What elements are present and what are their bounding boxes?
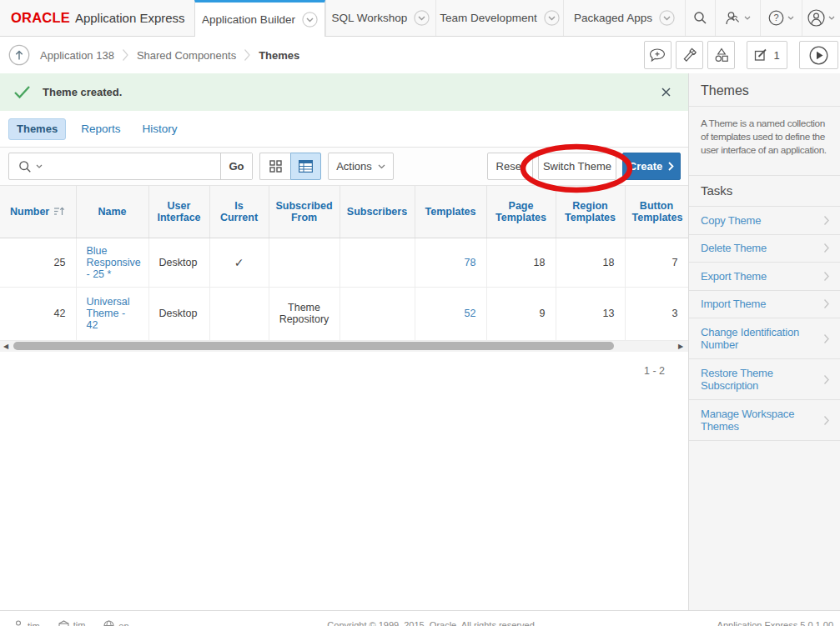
scrollbar-thumb[interactable] (13, 342, 614, 350)
breadcrumb-application[interactable]: Application 138 (40, 49, 114, 62)
success-check-icon (13, 85, 31, 99)
column-header-subscribers[interactable]: Subscribers (340, 186, 415, 238)
chevron-down-icon (787, 16, 794, 21)
close-icon[interactable] (661, 87, 671, 98)
user-icon (807, 9, 825, 27)
pagination: 1 - 2 (0, 352, 688, 377)
task-change-identification-number[interactable]: Change Identification Number (689, 318, 840, 359)
themes-report-table: Number Name User Interface Is Current Su… (0, 186, 689, 341)
tab-themes[interactable]: Themes (8, 118, 66, 140)
icon-view-button[interactable] (259, 153, 290, 180)
actions-menu-button[interactable]: Actions (328, 153, 394, 180)
theme-roller-button[interactable] (676, 41, 703, 69)
scroll-right-icon[interactable]: ▶ (675, 341, 687, 352)
search-column-selector[interactable] (9, 153, 51, 179)
templates-count-link[interactable]: 78 (465, 257, 476, 268)
column-header-templates[interactable]: Templates (415, 186, 486, 238)
cell-subscribed-from: Theme Repository (269, 287, 340, 340)
breadcrumb-bar: Application 138 Shared Components Themes… (0, 37, 840, 73)
oracle-brand: ORACLE (11, 10, 70, 26)
theme-name-link[interactable]: Universal Theme - 42 (87, 296, 130, 331)
right-sidebar: Themes A Theme is a named collection of … (688, 73, 840, 610)
column-header-name[interactable]: Name (76, 186, 148, 238)
breadcrumb-shared-components[interactable]: Shared Components (137, 49, 236, 62)
cell-user-interface: Desktop (148, 238, 209, 287)
column-header-user-interface[interactable]: User Interface (148, 186, 209, 238)
tab-label: Packaged Apps (574, 12, 652, 24)
search-icon (18, 160, 32, 173)
page: ORACLE Application Express Application B… (0, 0, 840, 626)
feedback-button[interactable] (644, 41, 671, 69)
cell-region-templates: 13 (556, 287, 625, 340)
go-button[interactable]: Go (220, 153, 252, 179)
help-menu-button[interactable]: ? (760, 0, 802, 36)
tab-reports[interactable]: Reports (81, 123, 120, 135)
switch-theme-button[interactable]: Switch Theme (538, 153, 616, 180)
user-menu-button[interactable] (802, 0, 840, 36)
search-button[interactable] (685, 0, 715, 36)
workspace-icon (58, 620, 69, 626)
comment-plus-icon (649, 48, 666, 63)
reset-button[interactable]: Reset (487, 153, 533, 180)
cell-subscribed-from (269, 238, 340, 287)
theme-name-link[interactable]: Blue Responsive - 25 * (87, 245, 141, 280)
column-header-button-templates[interactable]: Button Templates (625, 186, 688, 238)
shared-components-button[interactable] (707, 41, 735, 69)
run-page-button[interactable] (799, 41, 838, 69)
task-copy-theme[interactable]: Copy Theme (689, 207, 840, 235)
chevron-circle-icon[interactable] (544, 10, 560, 26)
horizontal-scrollbar[interactable]: ◀ ▶ (0, 341, 688, 352)
footer-workspace: tim (58, 620, 86, 626)
cell-button-templates: 7 (625, 238, 688, 287)
task-import-theme[interactable]: Import Theme (689, 291, 840, 319)
tab-sql-workshop[interactable]: SQL Workshop (325, 0, 435, 36)
cell-subscribers (340, 238, 415, 287)
column-header-region-templates[interactable]: Region Templates (556, 186, 625, 238)
tab-label: Application Builder (202, 13, 295, 26)
svg-text:?: ? (773, 13, 778, 23)
oracle-apex-logo[interactable]: ORACLE Application Express (0, 0, 194, 36)
chevron-circle-icon[interactable] (414, 10, 430, 26)
task-restore-theme-subscription[interactable]: Restore Theme Subscription (689, 359, 840, 400)
chevron-down-icon (744, 16, 751, 21)
footer-version: Application Express 5.0.1.00 (717, 620, 833, 626)
report-icon (299, 160, 313, 173)
tab-application-builder[interactable]: Application Builder (194, 0, 325, 37)
chevron-right-icon (668, 162, 674, 171)
templates-count-link[interactable]: 52 (465, 308, 476, 319)
sidebar-description: A Theme is a named collection of templat… (689, 107, 840, 176)
footer-copyright: Copyright © 1999, 2015, Oracle. All righ… (148, 620, 717, 626)
tab-history[interactable]: History (142, 123, 177, 135)
cell-name: Universal Theme - 42 (76, 287, 148, 340)
chevron-circle-icon[interactable] (659, 10, 675, 26)
column-header-page-templates[interactable]: Page Templates (486, 186, 556, 238)
help-icon: ? (768, 10, 784, 26)
actions-label: Actions (336, 160, 372, 173)
task-manage-workspace-themes[interactable]: Manage Workspace Themes (689, 400, 840, 441)
scroll-left-icon[interactable]: ◀ (0, 341, 12, 352)
administration-menu-button[interactable] (715, 0, 760, 36)
search-input[interactable] (51, 153, 220, 179)
search-group: Go (8, 153, 253, 180)
table-row: 42 Universal Theme - 42 Desktop Theme Re… (0, 287, 688, 340)
edit-page-button[interactable]: 1 (747, 41, 787, 69)
tasks-title: Tasks (689, 176, 840, 207)
cell-templates: 52 (415, 287, 486, 340)
create-button[interactable]: Create (622, 153, 681, 180)
column-header-is-current[interactable]: Is Current (209, 186, 269, 238)
cell-name: Blue Responsive - 25 * (76, 238, 148, 287)
chevron-circle-icon[interactable] (302, 12, 318, 28)
task-delete-theme[interactable]: Delete Theme (689, 235, 840, 263)
success-message: Theme created. (0, 73, 688, 111)
create-label: Create (629, 160, 662, 173)
report-view-button[interactable] (290, 153, 321, 180)
view-toggles (259, 153, 321, 180)
column-header-subscribed-from[interactable]: Subscribed From (269, 186, 340, 238)
tab-label: SQL Workshop (332, 12, 408, 24)
tab-team-development[interactable]: Team Development (435, 0, 563, 36)
up-level-icon[interactable] (8, 44, 30, 66)
chevron-right-icon (823, 215, 830, 226)
task-export-theme[interactable]: Export Theme (689, 263, 840, 291)
tab-packaged-apps[interactable]: Packaged Apps (563, 0, 685, 36)
column-header-number[interactable]: Number (0, 186, 76, 238)
